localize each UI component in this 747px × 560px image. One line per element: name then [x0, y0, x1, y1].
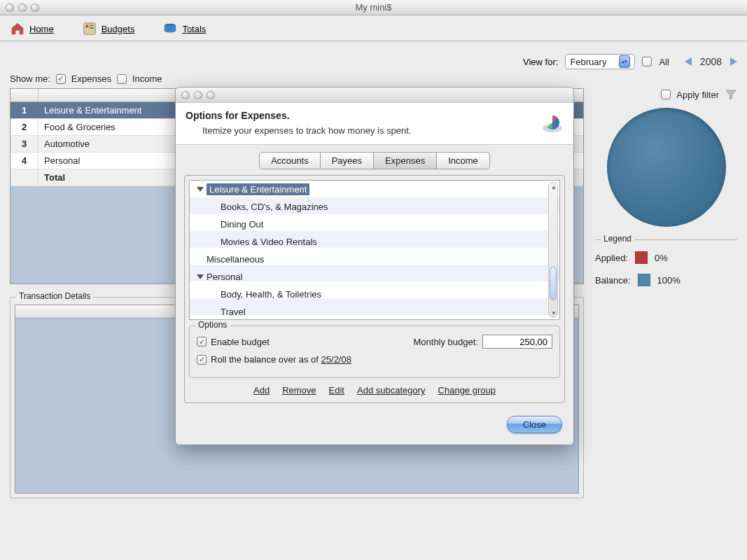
svg-rect-2: [90, 25, 94, 27]
modal-footer: Close: [176, 403, 573, 444]
tree-node-label: Movies & Video Rentals: [221, 237, 317, 247]
action-edit[interactable]: Edit: [329, 385, 344, 396]
nav-budgets[interactable]: Budgets: [82, 21, 135, 36]
nav-totals[interactable]: Totals: [162, 21, 206, 36]
apply-filter-checkbox[interactable]: [661, 90, 671, 99]
modal-title: Options for Expenses.: [186, 110, 564, 121]
budgets-icon: [82, 21, 97, 36]
totals-icon: [162, 21, 178, 36]
tab-accounts[interactable]: Accounts: [259, 152, 320, 169]
filter-icon[interactable]: [725, 88, 737, 101]
pie-chart: [607, 108, 726, 227]
options-group: Options ✓ Enable budget Monthly budget: …: [189, 326, 560, 378]
view-for-label: View for:: [523, 57, 558, 67]
roll-balance-row: ✓ Roll the balance over as of 25/2/08: [197, 354, 552, 365]
category-tree[interactable]: Leisure & Entertainment Books, CD's, & M…: [189, 180, 560, 320]
modal-panel: Leisure & Entertainment Books, CD's, & M…: [184, 175, 565, 403]
legend-balance-label: Balance:: [595, 275, 631, 286]
show-me-label: Show me:: [10, 74, 50, 84]
tree-node[interactable]: Miscellaneous: [190, 251, 559, 268]
tree-node[interactable]: Travel: [190, 303, 559, 320]
tree-node-label: Body, Health, & Toiletries: [221, 289, 321, 300]
svg-rect-3: [90, 27, 94, 29]
enable-budget-label: Enable budget: [211, 337, 270, 347]
modal-tabs: Accounts Payees Expenses Income: [176, 152, 573, 169]
tree-node-label: Leisure & Entertainment: [207, 183, 309, 195]
income-checkbox[interactable]: [117, 74, 127, 84]
category-col-num[interactable]: [11, 89, 39, 102]
swatch-applied-icon: [635, 251, 648, 264]
all-label: All: [659, 57, 669, 67]
modal-header: Options for Expenses. Itemize your expen…: [176, 103, 573, 145]
tab-income[interactable]: Income: [437, 152, 490, 169]
modal-actions: Add Remove Edit Add subcategory Change g…: [189, 378, 560, 398]
year-nav: 2008: [685, 56, 737, 67]
tree-node-label: Personal: [207, 272, 242, 282]
action-add[interactable]: Add: [253, 385, 270, 396]
legend-box: Legend Applied: 0% Balance: 100%: [595, 239, 737, 286]
monthly-budget-input[interactable]: [482, 335, 552, 349]
enable-budget-row: ✓ Enable budget Monthly budget:: [197, 335, 552, 349]
tree-node[interactable]: Dining Out: [190, 216, 559, 233]
scroll-down-icon[interactable]: ▼: [551, 310, 557, 316]
close-button[interactable]: Close: [507, 416, 562, 433]
legend-balance-value: 100%: [657, 275, 680, 286]
year-next-icon[interactable]: [730, 57, 737, 66]
roll-balance-date[interactable]: 25/2/08: [321, 354, 351, 365]
tree-node-label: Books, CD's, & Magazines: [221, 202, 328, 212]
row-number: 3: [11, 136, 39, 152]
scroll-up-icon[interactable]: ▲: [551, 184, 557, 190]
nav-home[interactable]: Home: [10, 21, 54, 36]
nav-home-label: Home: [29, 24, 54, 34]
tree-node[interactable]: Body, Health, & Toiletries: [190, 286, 559, 303]
action-change-group[interactable]: Change group: [438, 385, 496, 396]
transaction-legend: Transaction Details: [16, 291, 93, 301]
tab-expenses[interactable]: Expenses: [374, 152, 437, 169]
home-icon: [10, 21, 25, 36]
row-number: 4: [11, 153, 39, 169]
legend-applied-value: 0%: [655, 253, 668, 263]
row-number: 1: [11, 102, 39, 118]
expenses-label: Expenses: [71, 74, 111, 84]
main-titlebar: My mini$: [0, 0, 747, 15]
tree-node[interactable]: Personal: [190, 268, 559, 286]
expenses-checkbox[interactable]: ✓: [56, 74, 66, 84]
income-label: Income: [132, 74, 162, 84]
swatch-balance-icon: [638, 274, 650, 286]
options-legend: Options: [195, 320, 230, 330]
pie-chart-icon: [541, 113, 564, 135]
year-value: 2008: [700, 56, 722, 67]
tree-node-label: Dining Out: [221, 219, 263, 230]
tree-node[interactable]: Books, CD's, & Magazines: [190, 198, 559, 216]
action-add-subcategory[interactable]: Add subcategory: [357, 385, 426, 396]
disclosure-triangle-icon[interactable]: [197, 274, 204, 279]
legend-row-balance: Balance: 100%: [595, 274, 737, 286]
scrollbar-thumb[interactable]: [550, 267, 557, 300]
action-remove[interactable]: Remove: [282, 385, 316, 396]
year-prev-icon[interactable]: [685, 57, 692, 66]
monthly-budget-label: Monthly budget:: [413, 337, 478, 347]
window-title: My mini$: [0, 2, 747, 13]
modal-titlebar: [176, 88, 573, 103]
nav-budgets-label: Budgets: [102, 24, 135, 34]
tree-node[interactable]: Leisure & Entertainment: [190, 181, 559, 198]
modal-close-icon[interactable]: [181, 91, 190, 99]
tree-node[interactable]: Movies & Video Rentals: [190, 233, 559, 251]
modal-minimize-icon[interactable]: [194, 91, 202, 99]
roll-balance-label: Roll the balance over as of: [211, 354, 319, 365]
disclosure-triangle-icon[interactable]: [197, 187, 204, 192]
apply-filter-row: Apply filter: [595, 88, 737, 108]
tab-payees[interactable]: Payees: [321, 152, 374, 169]
all-checkbox[interactable]: [642, 57, 652, 66]
options-modal: Options for Expenses. Itemize your expen…: [175, 87, 574, 445]
modal-zoom-icon[interactable]: [207, 91, 215, 99]
main-toolbar: Home Budgets Totals: [0, 15, 747, 41]
roll-balance-checkbox[interactable]: ✓: [197, 355, 207, 365]
svg-rect-1: [85, 25, 88, 28]
month-select[interactable]: February ▴▾: [565, 54, 635, 69]
row-number: [11, 169, 39, 186]
modal-window-controls: [181, 91, 215, 99]
row-number: 2: [11, 119, 39, 135]
tree-scrollbar[interactable]: ▲ ▼: [548, 182, 558, 318]
enable-budget-checkbox[interactable]: ✓: [197, 337, 207, 346]
